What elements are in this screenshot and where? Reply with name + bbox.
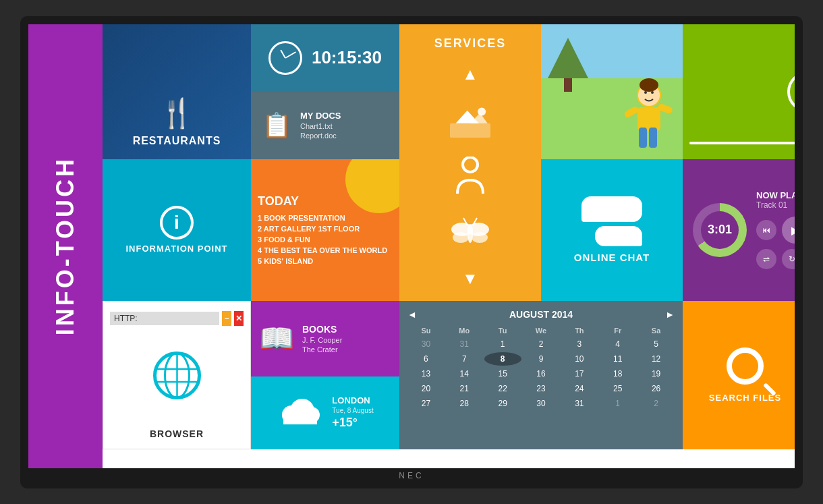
address-bar[interactable]: − ✕: [110, 311, 244, 326]
cal-day-22[interactable]: 22: [484, 382, 521, 395]
cal-day-25[interactable]: 25: [599, 382, 636, 395]
cloud-icon: [277, 396, 324, 429]
cal-day-30[interactable]: 30: [407, 337, 445, 351]
prev-button[interactable]: ⏮: [756, 220, 776, 240]
cal-day-21[interactable]: 21: [446, 382, 483, 395]
clock-minute-hand: [285, 51, 296, 59]
restaurants-tile[interactable]: 🍴 RESTAURANTS: [103, 24, 251, 159]
cal-prev-button[interactable]: ◄: [407, 309, 417, 320]
fork-knife-icon: 🍴: [159, 96, 194, 130]
main-grid: 🍴 RESTAURANTS 10:15:30 📋 MY DOCS: [103, 24, 795, 468]
music-tile[interactable]: 3:01 NOW PLAYING Track 01 ⏮ ▶ ⏭ ⇌ ↻: [683, 159, 795, 301]
mydocs-tile[interactable]: 📋 MY DOCS Chart1.txt Report.doc: [251, 92, 399, 159]
cal-day-28[interactable]: 28: [446, 397, 483, 410]
london-city: LONDON: [332, 395, 373, 405]
cal-day-12[interactable]: 12: [637, 352, 675, 366]
cal-day-11[interactable]: 11: [599, 352, 636, 366]
svg-rect-30: [283, 415, 317, 424]
screen: INFO-TOUCH 🍴 RESTAURANTS 10:15:30: [28, 24, 795, 468]
today-tile[interactable]: TODAY 1 BOOK PRESENTATION 2 ART GALLERY …: [251, 159, 399, 301]
cal-day-14[interactable]: 14: [446, 367, 483, 381]
chat-tile[interactable]: ONLINE CHAT: [541, 159, 683, 301]
cal-day-20[interactable]: 20: [407, 382, 445, 395]
svg-rect-15: [649, 128, 657, 148]
nature-tile: [541, 24, 683, 159]
cal-day-13[interactable]: 13: [407, 367, 445, 381]
mydocs-file2: Report.doc: [300, 132, 341, 140]
svg-point-21: [640, 78, 658, 92]
cal-day-2[interactable]: 2: [523, 337, 560, 351]
cal-day-3[interactable]: 3: [561, 337, 598, 351]
browser-tile[interactable]: − ✕ BROWSER: [103, 301, 251, 449]
search-tile[interactable]: SEARCH FILES: [683, 301, 795, 449]
clock-tile[interactable]: 10:15:30: [251, 24, 399, 92]
cal-day-10[interactable]: 10: [561, 352, 598, 366]
cal-day-17[interactable]: 17: [561, 367, 598, 381]
today-item-4: 4 THE BEST TEA OVER THE WORLD: [258, 246, 387, 254]
cal-day-1[interactable]: 1: [484, 337, 521, 351]
cal-day-30b[interactable]: 30: [523, 397, 560, 410]
repeat-button[interactable]: ↻: [782, 249, 795, 269]
cal-title: AUGUST 2014: [509, 309, 573, 320]
cal-day-2next[interactable]: 2: [637, 397, 675, 410]
child-figure-icon: [612, 75, 673, 156]
music-controls: ⏮ ▶ ⏭: [756, 217, 795, 244]
address-close-button[interactable]: ✕: [234, 311, 244, 326]
tree-icon: [548, 38, 588, 92]
cal-header-we: We: [523, 325, 560, 336]
cal-header-th: Th: [561, 325, 598, 336]
cal-header-su: Su: [407, 325, 445, 336]
cal-day-31[interactable]: 31: [561, 397, 598, 410]
today-items: 1 BOOK PRESENTATION 2 ART GALLERY 1ST FL…: [258, 214, 387, 265]
cal-day-1next[interactable]: 1: [599, 397, 636, 410]
london-date: Tue, 8 August: [332, 407, 373, 414]
address-minus-button[interactable]: −: [222, 311, 231, 326]
play-button[interactable]: [787, 72, 795, 112]
search-icon: [727, 347, 764, 385]
calendar-tile[interactable]: ◄ AUGUST 2014 ► Su Mo Tu We Th Fr Sa 30 …: [399, 301, 683, 449]
cal-day-26[interactable]: 26: [637, 382, 675, 395]
shuffle-button[interactable]: ⇌: [756, 249, 776, 269]
cal-next-button[interactable]: ►: [665, 309, 675, 320]
svg-point-3: [478, 107, 486, 115]
today-label: TODAY: [258, 194, 299, 208]
services-tile[interactable]: SERVICES ▲: [399, 24, 541, 301]
restaurants-label: RESTAURANTS: [133, 135, 221, 147]
mydocs-file1: Chart1.txt: [300, 122, 341, 130]
cal-day-8-today[interactable]: 8: [484, 352, 521, 366]
cal-day-19[interactable]: 19: [637, 367, 675, 381]
cal-day-29[interactable]: 29: [484, 397, 521, 410]
track-name: Track 01: [756, 200, 795, 210]
info-icon: i: [160, 206, 194, 240]
cal-day-31prev[interactable]: 31: [446, 337, 483, 351]
now-playing-section: NOW PLAYING Track 01 ⏮ ▶ ⏭ ⇌ ↻: [756, 190, 795, 269]
clock-time: 10:15:30: [312, 47, 382, 68]
play-music-button[interactable]: ▶: [782, 217, 795, 244]
books-tile[interactable]: 📖 BOOKS J. F. Cooper The Crater: [251, 301, 399, 449]
cal-day-24[interactable]: 24: [561, 382, 598, 395]
cal-day-18[interactable]: 18: [599, 367, 636, 381]
svg-point-4: [463, 157, 478, 172]
video-progress: [689, 137, 795, 149]
services-butterfly-icon: [450, 215, 490, 248]
search-circle: [727, 347, 764, 385]
video-tile[interactable]: [683, 24, 795, 159]
calendar-header: ◄ AUGUST 2014 ►: [407, 309, 675, 320]
cal-day-9[interactable]: 9: [523, 352, 560, 366]
cal-day-6[interactable]: 6: [407, 352, 445, 366]
video-progress-fill: [689, 142, 795, 144]
cal-header-sa: Sa: [637, 325, 675, 336]
cal-day-4[interactable]: 4: [599, 337, 636, 351]
info-tile[interactable]: i INFORMATION POINT: [103, 159, 251, 301]
cal-day-15[interactable]: 15: [484, 367, 521, 381]
cal-day-23[interactable]: 23: [523, 382, 560, 395]
now-playing-label: NOW PLAYING: [756, 190, 795, 200]
sidebar: INFO-TOUCH: [28, 24, 103, 468]
cal-day-5[interactable]: 5: [637, 337, 675, 351]
cal-day-7[interactable]: 7: [446, 352, 483, 366]
cal-day-16[interactable]: 16: [523, 367, 560, 381]
music-time: 3:01: [701, 211, 739, 249]
cal-day-27[interactable]: 27: [407, 397, 445, 410]
col2-row1: 10:15:30 📋 MY DOCS Chart1.txt Report.doc: [251, 24, 399, 159]
address-input[interactable]: [110, 312, 219, 325]
